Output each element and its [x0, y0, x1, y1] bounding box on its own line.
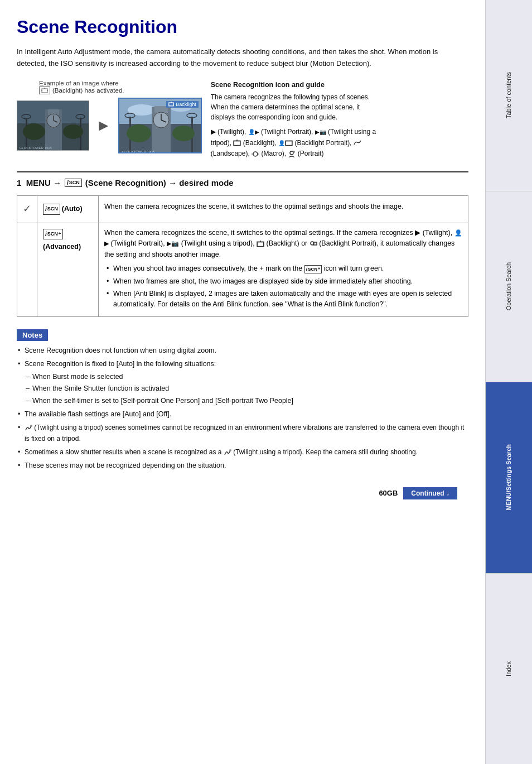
bullet-3: When [Anti Blink] is displayed, 2 images… — [104, 289, 462, 310]
svg-rect-23 — [154, 106, 168, 113]
mode-table: ✓ i SCN (Auto) When the camera recognize… — [17, 195, 468, 317]
scene-icons-desc: ▶ (Twilight), 👤▶ (Twilight Portrait), ▶📷… — [211, 127, 378, 159]
advanced-description: When the camera recognizes the scene, it… — [99, 223, 468, 316]
mode-advanced: i SCN + (Advanced) — [37, 223, 99, 316]
svg-point-31 — [127, 124, 151, 142]
auto-description: When the camera recognizes the scene, it… — [99, 195, 468, 223]
bullet-1: When you shoot two images consecutively,… — [104, 263, 462, 274]
svg-point-16 — [63, 124, 83, 139]
continued-button[interactable]: Continued ↓ — [403, 487, 457, 499]
example-images: CLOCKTOWER 1905 ► — [17, 98, 202, 153]
iscn-advanced-badge: i SCN + — [43, 229, 63, 240]
scene-recognition-info: Scene Recognition icon and guide The cam… — [211, 80, 378, 159]
page-number: 60GB — [379, 489, 398, 497]
check-col: ✓ — [17, 195, 37, 223]
sidebar-item-toc[interactable]: Table of contents — [486, 0, 532, 191]
note-item: Scene Recognition does not function when… — [17, 345, 468, 356]
original-photo: CLOCKTOWER 1905 — [17, 100, 89, 151]
example-section: Example of an image where (Backlight) ha… — [17, 80, 468, 159]
sidebar: Table of contents Operation Search MENU/… — [485, 0, 532, 764]
table-row: i SCN + (Advanced) When the camera recog… — [17, 223, 468, 316]
notes-list: Scene Recognition does not function when… — [17, 345, 468, 472]
backlight-badge: Backlight — [166, 101, 199, 108]
backlight-icon-inline — [39, 87, 50, 94]
sub-item: When the Smile Shutter function is activ… — [32, 383, 468, 394]
advanced-bullets: When you shoot two images consecutively,… — [104, 263, 462, 310]
svg-rect-0 — [42, 89, 47, 93]
mode-auto: i SCN (Auto) — [37, 195, 99, 223]
scene-recognition-title: Scene Recognition icon and guide — [211, 80, 378, 90]
svg-point-32 — [172, 126, 195, 141]
table-row: ✓ i SCN (Auto) When the camera recognize… — [17, 195, 468, 223]
arrow-right: ► — [96, 117, 112, 134]
svg-rect-38 — [286, 141, 292, 146]
sidebar-item-index[interactable]: Index — [486, 574, 532, 765]
scene-recognition-desc: The camera recognizes the following type… — [211, 92, 378, 122]
notes-header: Notes — [17, 329, 48, 341]
sidebar-item-operation[interactable]: Operation Search — [486, 191, 532, 383]
bullet-2: When two frames are shot, the two images… — [104, 276, 462, 287]
svg-point-49 — [229, 449, 231, 451]
svg-rect-36 — [234, 141, 241, 146]
svg-text:CLOCKTOWER 1905: CLOCKTOWER 1905 — [20, 146, 52, 150]
svg-rect-44 — [257, 242, 264, 246]
notes-section: Notes Scene Recognition does not functio… — [17, 329, 468, 472]
iscn-icon: i SCN — [65, 179, 82, 187]
svg-point-39 — [253, 152, 258, 156]
svg-point-43 — [293, 151, 295, 153]
page-title: Scene Recognition — [17, 17, 468, 37]
note-item: Scene Recognition is fixed to [Auto] in … — [17, 359, 468, 406]
svg-text:CLOCKTOWER 1905: CLOCKTOWER 1905 — [122, 150, 155, 153]
note-item: (Twilight using a tripod) scenes sometim… — [17, 422, 468, 444]
note-item: Sometimes a slow shutter results when a … — [17, 447, 468, 458]
check-col-advanced — [17, 223, 37, 316]
sidebar-item-menu[interactable]: MENU/Settings Search — [486, 382, 532, 574]
notes-sub-list: When Burst mode is selected When the Smi… — [25, 372, 468, 406]
page-footer: 60GB Continued ↓ — [17, 482, 468, 505]
svg-rect-34 — [169, 103, 173, 106]
example-left: Example of an image where (Backlight) ha… — [17, 80, 202, 153]
menu-nav: 1 MENU → i SCN (Scene Recognition) → des… — [17, 171, 468, 188]
intro-text: In Intelligent Auto Adjustment mode, the… — [17, 46, 468, 70]
sub-item: When Burst mode is selected — [32, 372, 468, 382]
iscn-auto-badge: i SCN — [43, 204, 60, 215]
note-item: The available flash settings are [Auto] … — [17, 409, 468, 420]
svg-point-48 — [30, 425, 32, 427]
svg-point-15 — [23, 123, 45, 140]
note-item: These scenes may not be recognized depen… — [17, 460, 468, 471]
sub-item: When the self-timer is set to [Self-port… — [32, 396, 468, 406]
backlight-photo: CLOCKTOWER 1905 Backlight — [118, 98, 202, 153]
example-caption: Example of an image where (Backlight) ha… — [39, 80, 124, 94]
